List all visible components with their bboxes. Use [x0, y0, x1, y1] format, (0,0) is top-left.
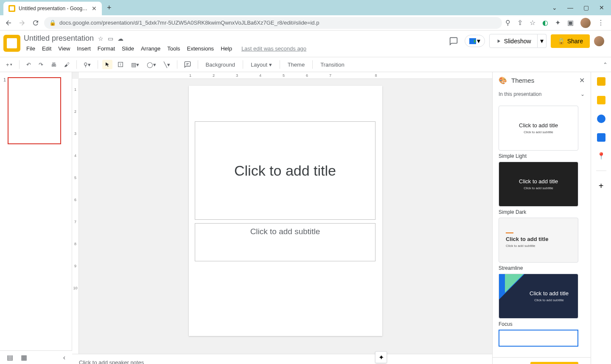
menu-insert[interactable]: Insert [74, 45, 93, 53]
reload-button[interactable] [31, 18, 41, 28]
theme-simple-light[interactable]: Click to add title Click to add subtitle [499, 106, 578, 151]
subtitle-placeholder[interactable]: Click to add subtitle [195, 223, 376, 261]
menu-bar: File Edit View Insert Format Slide Arran… [24, 45, 443, 53]
maximize-icon[interactable]: ▢ [583, 4, 589, 11]
explore-button[interactable]: ✦ [375, 351, 387, 363]
title-placeholder[interactable]: Click to add title [195, 121, 376, 220]
slideshow-button[interactable]: Slideshow [489, 34, 538, 48]
tab-title: Untitled presentation - Google Sl [19, 6, 88, 11]
extension-icon[interactable]: ◐ [542, 19, 548, 27]
share-button[interactable]: 🔒 Share [551, 34, 590, 48]
menu-file[interactable]: File [24, 45, 38, 53]
side-rail: 📍 + [591, 72, 611, 364]
menu-tools[interactable]: Tools [165, 45, 182, 53]
keep-icon[interactable] [597, 96, 605, 104]
slides-logo[interactable] [3, 35, 20, 52]
new-tab-button[interactable]: + [107, 3, 112, 12]
lock-icon: 🔒 [49, 20, 56, 26]
slide-canvas[interactable]: Click to add title Click to add subtitle [189, 86, 382, 336]
meet-button[interactable]: ▾ [465, 35, 485, 47]
new-slide-button[interactable]: +▾ [3, 60, 15, 70]
line-tool[interactable]: ╲▾ [161, 60, 173, 70]
close-panel-icon[interactable]: ✕ [579, 76, 585, 84]
sidepanel-icon[interactable]: ▣ [567, 19, 574, 27]
image-tool[interactable]: ▨▾ [129, 60, 142, 70]
calendar-icon[interactable] [597, 77, 605, 86]
collapse-filmstrip-icon[interactable]: ‹ [63, 354, 65, 361]
menu-edit[interactable]: Edit [39, 45, 54, 53]
comment-tool[interactable] [182, 59, 193, 70]
background-button[interactable]: Background [202, 60, 238, 70]
menu-slide[interactable]: Slide [119, 45, 137, 53]
browser-tab[interactable]: Untitled presentation - Google Sl ✕ [3, 2, 102, 15]
app-header: Untitled presentation ☆ ▭ ☁ File Edit Vi… [0, 31, 611, 57]
transition-button[interactable]: Transition [317, 60, 348, 70]
menu-format[interactable]: Format [95, 45, 118, 53]
window-controls: ⌄ — ▢ ✕ [552, 4, 611, 11]
extensions-icon[interactable]: ✦ [555, 19, 561, 27]
menu-help[interactable]: Help [218, 45, 235, 53]
toolbar: +▾ ↶ ↷ 🖶 🖌 ⚲▾ T ▨▾ ◯▾ ╲▾ Background Layo… [0, 57, 611, 72]
redo-button[interactable]: ↷ [36, 60, 46, 70]
theme-streamline[interactable]: Click to add title Click to add subtitle [499, 218, 578, 263]
theme-label-focus: Focus [499, 321, 585, 327]
last-edit-text[interactable]: Last edit was seconds ago [239, 45, 309, 53]
account-avatar[interactable] [594, 36, 604, 46]
maps-icon[interactable]: 📍 [597, 152, 605, 160]
themes-section-toggle[interactable]: In this presentation ⌄ [493, 89, 591, 100]
themes-section-label: In this presentation [499, 91, 541, 97]
menu-extensions[interactable]: Extensions [185, 45, 217, 53]
add-addon-icon[interactable]: + [597, 181, 605, 190]
contacts-icon[interactable] [597, 133, 605, 142]
doc-title[interactable]: Untitled presentation [24, 34, 94, 43]
theme-label-dark: Simple Dark [499, 209, 585, 215]
url-field[interactable]: 🔒 docs.google.com/presentation/d/1_5dxk7… [44, 17, 502, 29]
close-tab-icon[interactable]: ✕ [92, 5, 97, 12]
forward-button[interactable] [17, 18, 27, 28]
theme-simple-dark[interactable]: Click to add title Click to add subtitle [499, 162, 578, 207]
shape-tool[interactable]: ◯▾ [144, 60, 159, 70]
print-button[interactable]: 🖶 [48, 60, 59, 70]
lock-icon: 🔒 [558, 38, 565, 45]
kebab-menu-icon[interactable]: ⋮ [597, 19, 604, 27]
zoom-icon[interactable]: ⚲ [505, 19, 510, 27]
back-button[interactable] [3, 18, 14, 28]
chevron-down-icon: ⌄ [580, 91, 585, 97]
comments-icon[interactable] [447, 34, 460, 48]
zoom-button[interactable]: ⚲▾ [81, 60, 93, 70]
meet-icon [469, 38, 476, 44]
themes-panel: 🎨 Themes ✕ In this presentation ⌄ Click … [492, 72, 591, 364]
cloud-status-icon[interactable]: ☁ [118, 35, 123, 42]
tasks-icon[interactable] [597, 115, 605, 123]
close-window-icon[interactable]: ✕ [599, 4, 604, 11]
theme-label-stream: Streamline [499, 265, 585, 271]
chevron-down-icon[interactable]: ⌄ [552, 4, 557, 11]
speaker-notes[interactable]: Click to add speaker notes [72, 354, 492, 364]
layout-button[interactable]: Layout ▾ [247, 60, 275, 70]
profile-avatar[interactable] [580, 18, 591, 28]
ruler-vertical: 12345678910 [72, 79, 79, 354]
menu-arrange[interactable]: Arrange [138, 45, 163, 53]
slideshow-dropdown[interactable]: ▾ [538, 34, 547, 48]
ruler-horizontal: 1234567 8 [79, 72, 492, 79]
menu-view[interactable]: View [56, 45, 73, 53]
share-url-icon[interactable]: ⇪ [517, 19, 523, 27]
bookmark-icon[interactable]: ☆ [530, 19, 535, 27]
select-tool[interactable] [102, 60, 112, 69]
minimize-icon[interactable]: — [567, 4, 573, 11]
filmstrip-footer: ▤ ▦ ‹ [0, 350, 72, 364]
textbox-tool[interactable]: T [115, 60, 126, 69]
import-theme-button[interactable]: Import theme [530, 362, 578, 364]
slide-number: 1 [3, 77, 6, 144]
grid-view-icon[interactable]: ▦ [21, 353, 27, 361]
slide-thumb-1[interactable] [8, 77, 61, 144]
star-icon[interactable]: ☆ [98, 35, 104, 42]
filmstrip-view-icon[interactable]: ▤ [7, 353, 13, 361]
theme-button[interactable]: Theme [284, 60, 308, 70]
theme-shift[interactable] [499, 330, 578, 347]
move-icon[interactable]: ▭ [108, 35, 113, 42]
undo-button[interactable]: ↶ [24, 60, 34, 70]
paint-format-button[interactable]: 🖌 [62, 60, 72, 70]
collapse-toolbar-icon[interactable]: ⌃ [603, 62, 608, 68]
theme-focus[interactable]: Click to add title Click to add subtitle [499, 274, 578, 319]
